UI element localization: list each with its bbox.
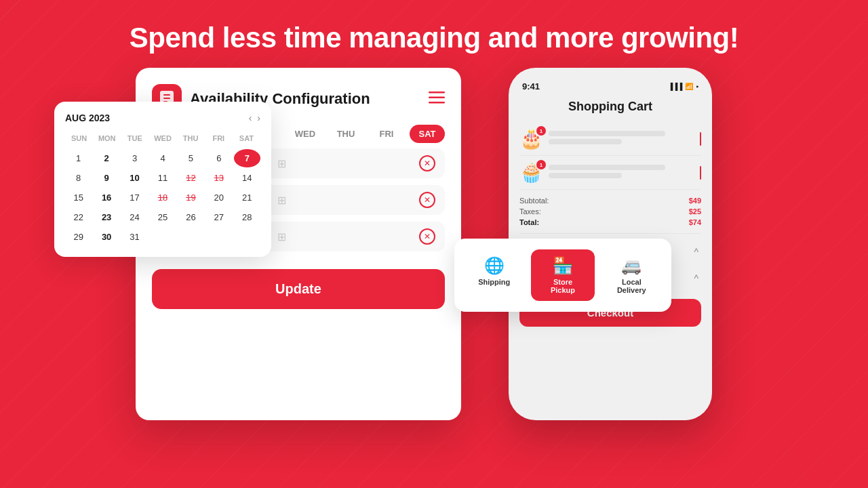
cal-cell[interactable]: 10: [121, 169, 148, 187]
remove-row-1[interactable]: ✕: [419, 155, 435, 171]
calendar-day-names: SUN MON TUE WED THU FRI SAT: [65, 131, 260, 145]
cal-cell[interactable]: 28: [234, 208, 260, 226]
select-time-chevron[interactable]: ^: [694, 273, 698, 284]
remove-row-3[interactable]: ✕: [419, 228, 435, 245]
cal-cell[interactable]: 23: [93, 208, 119, 226]
cal-cell[interactable]: 14: [234, 169, 260, 187]
cart-item-1: 🎂 1: [519, 122, 701, 156]
cal-cell[interactable]: 3: [121, 149, 148, 167]
item-emoji-wrapper: 🎂 1: [519, 127, 543, 150]
cal-cell[interactable]: 20: [205, 188, 232, 207]
cal-cell[interactable]: 5: [178, 149, 204, 167]
local-delivery-label: Local Delivery: [610, 278, 654, 294]
cal-cell[interactable]: 19: [178, 188, 204, 207]
cal-cell[interactable]: 15: [65, 188, 92, 207]
cal-cell-today[interactable]: 7: [234, 149, 260, 167]
phone-status-icons: ▐▐▐ 📶 ▪: [668, 83, 698, 90]
item-line: [549, 165, 665, 170]
calendar-prev[interactable]: ‹: [249, 113, 252, 123]
availability-config-card: AUG 2023 ‹ › SUN MON TUE WED THU FRI SAT…: [136, 68, 461, 420]
subtotal-row: Subtotal: $49: [519, 195, 701, 206]
item-line: [549, 131, 665, 136]
cal-cell[interactable]: 29: [65, 228, 92, 246]
cal-cell[interactable]: 16: [93, 188, 119, 207]
cal-cell[interactable]: 26: [178, 208, 204, 226]
cart-item-2: 🧁 1: [519, 156, 701, 190]
calendar-next[interactable]: ›: [257, 113, 260, 123]
item-lines-1: [549, 131, 694, 147]
total-label: Total:: [519, 218, 539, 226]
cal-cell[interactable]: 22: [65, 208, 92, 226]
cal-cell[interactable]: 21: [234, 188, 260, 207]
grid-icon-3: ⊞: [277, 230, 286, 243]
cal-cell[interactable]: 17: [121, 188, 148, 207]
cal-cell[interactable]: 4: [149, 149, 176, 167]
phone-time: 9:41: [522, 81, 540, 92]
store-pickup-option[interactable]: 🏪 Store Pickup: [531, 249, 594, 301]
grid-icon-2: ⊞: [277, 194, 286, 207]
item-line: [549, 139, 622, 144]
calendar-nav[interactable]: ‹ ›: [249, 113, 260, 123]
cal-cell[interactable]: 9: [93, 169, 119, 187]
shipping-label: Shipping: [478, 278, 510, 286]
day-header-wed[interactable]: WED: [288, 125, 323, 143]
wifi-icon: 📶: [685, 83, 693, 90]
cart-totals: Subtotal: $49 Taxes: $25 Total: $74: [519, 190, 701, 234]
store-pickup-icon: 🏪: [553, 256, 573, 275]
shipping-option[interactable]: 🌐 Shipping: [462, 249, 526, 301]
shipping-icon: 🌐: [484, 256, 505, 275]
total-row: Total: $74: [519, 217, 701, 228]
taxes-value: $25: [689, 207, 701, 216]
phone-section: 9:41 ▐▐▐ 📶 ▪ Shopping Cart 🎂 1: [488, 68, 732, 420]
cal-cell[interactable]: 12: [178, 169, 204, 187]
headline: Spend less time managing and more growin…: [0, 0, 868, 68]
day-header-thu[interactable]: THU: [328, 125, 363, 143]
item-price-dash: [700, 132, 701, 146]
signal-icon: ▐▐▐: [668, 83, 682, 90]
store-pickup-label: Store Pickup: [540, 278, 585, 294]
battery-icon: ▪: [696, 83, 698, 90]
cal-cell[interactable]: 8: [65, 169, 92, 187]
calendar-grid: 1 2 3 4 5 6 7 8 9 10 11 12 13 14 15 16 1…: [65, 149, 260, 246]
taxes-label: Taxes:: [519, 207, 541, 216]
day-header-fri[interactable]: FRI: [369, 125, 404, 143]
cal-cell[interactable]: 27: [205, 208, 232, 226]
calendar-overlay: AUG 2023 ‹ › SUN MON TUE WED THU FRI SAT…: [54, 102, 271, 257]
cal-cell[interactable]: 6: [205, 149, 232, 167]
svg-rect-6: [429, 102, 445, 104]
cal-cell[interactable]: 24: [121, 208, 148, 226]
total-value: $74: [689, 218, 701, 226]
item-price-dash-2: [700, 166, 701, 180]
local-delivery-option[interactable]: 🚐 Local Delivery: [600, 249, 663, 301]
local-delivery-icon: 🚐: [621, 256, 642, 275]
item-line: [549, 173, 622, 178]
cal-cell[interactable]: 2: [93, 149, 119, 167]
cal-cell[interactable]: 25: [149, 208, 176, 226]
update-button[interactable]: Update: [152, 269, 445, 309]
cal-cell-empty: [205, 228, 232, 246]
cal-cell[interactable]: 1: [65, 149, 92, 167]
svg-rect-4: [429, 92, 445, 94]
pick-date-chevron[interactable]: ^: [694, 247, 698, 258]
taxes-row: Taxes: $25: [519, 206, 701, 217]
grid-icon-1: ⊞: [277, 157, 286, 170]
cal-cell[interactable]: 30: [93, 228, 119, 246]
subtotal-label: Subtotal:: [519, 197, 549, 205]
cal-cell[interactable]: 31: [121, 228, 148, 246]
cal-cell-empty: [178, 228, 204, 246]
item-lines-2: [549, 165, 694, 181]
item-emoji-wrapper-2: 🧁 1: [519, 161, 543, 184]
item-badge-1: 1: [536, 126, 546, 136]
calendar-month: AUG 2023: [65, 113, 110, 123]
svg-rect-5: [429, 96, 445, 98]
phone-mockup: 9:41 ▐▐▐ 📶 ▪ Shopping Cart 🎂 1: [509, 68, 712, 420]
cal-cell[interactable]: 18: [149, 188, 176, 207]
day-header-sat[interactable]: SAT: [410, 125, 445, 143]
cal-cell[interactable]: 13: [205, 169, 232, 187]
remove-row-2[interactable]: ✕: [419, 192, 435, 208]
cal-cell[interactable]: 11: [149, 169, 176, 187]
cal-cell-empty: [149, 228, 176, 246]
delivery-options-popup: 🌐 Shipping 🏪 Store Pickup 🚐 Local Delive…: [454, 239, 671, 312]
cart-title: Shopping Cart: [519, 100, 701, 114]
hamburger-icon[interactable]: [429, 92, 445, 107]
